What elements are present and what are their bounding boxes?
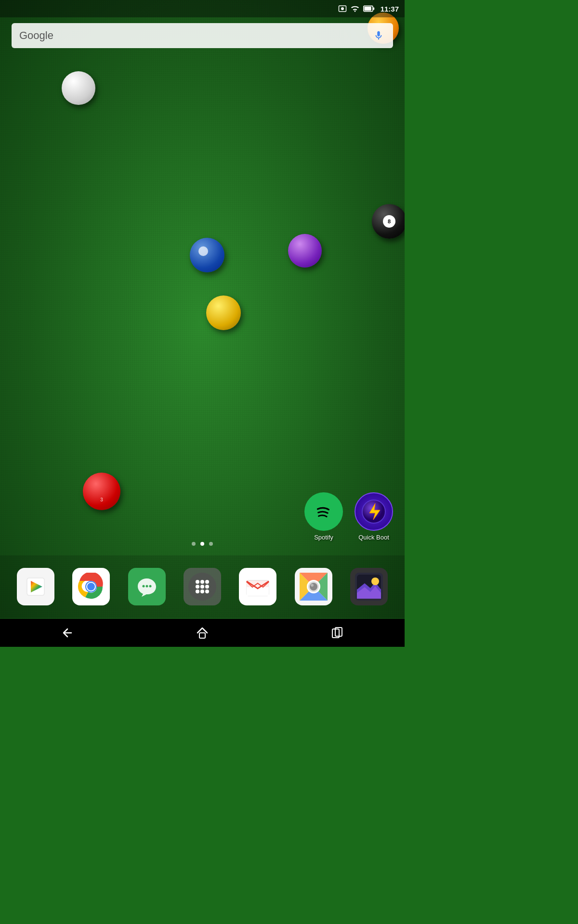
battery-icon bbox=[363, 5, 375, 13]
svg-point-22 bbox=[205, 580, 209, 584]
page-dot-1[interactable] bbox=[192, 542, 196, 546]
quickboot-icon[interactable] bbox=[355, 492, 393, 531]
recents-button[interactable] bbox=[319, 622, 355, 643]
spotify-app[interactable]: Spotify bbox=[304, 492, 343, 541]
yellow-ball bbox=[206, 295, 241, 330]
spotify-icon[interactable] bbox=[304, 492, 343, 531]
dock bbox=[0, 555, 405, 618]
search-bar[interactable]: Google bbox=[12, 23, 393, 48]
svg-point-23 bbox=[196, 585, 199, 589]
page-dot-2[interactable] bbox=[200, 542, 204, 546]
svg-rect-4 bbox=[364, 7, 371, 11]
svg-point-20 bbox=[196, 580, 199, 584]
desktop-icons: Spotify Quick Boot bbox=[304, 492, 393, 541]
svg-point-21 bbox=[200, 580, 204, 584]
page-indicators bbox=[192, 542, 213, 546]
home-button[interactable] bbox=[184, 622, 221, 643]
svg-point-28 bbox=[205, 590, 209, 593]
nav-bar bbox=[0, 619, 405, 647]
svg-point-27 bbox=[200, 590, 204, 593]
svg-rect-3 bbox=[373, 8, 374, 10]
svg-point-25 bbox=[205, 585, 209, 589]
svg-point-36 bbox=[311, 584, 314, 587]
svg-rect-40 bbox=[199, 633, 205, 638]
quickboot-label: Quick Boot bbox=[358, 534, 389, 541]
svg-point-16 bbox=[142, 585, 144, 588]
red-ball-number: 3 bbox=[100, 497, 103, 502]
wifi-icon bbox=[350, 4, 360, 13]
chrome-icon[interactable] bbox=[72, 568, 110, 605]
gmail-icon[interactable] bbox=[239, 568, 276, 605]
purple-ball bbox=[288, 234, 322, 268]
spotify-label: Spotify bbox=[314, 534, 333, 541]
cue-ball bbox=[62, 71, 95, 105]
eight-ball: 8 bbox=[372, 204, 405, 239]
svg-point-18 bbox=[149, 585, 151, 588]
svg-point-14 bbox=[87, 583, 95, 590]
mic-icon[interactable] bbox=[372, 29, 385, 42]
gallery-icon[interactable] bbox=[350, 568, 388, 605]
wallpaper bbox=[0, 0, 405, 647]
screenshot-icon bbox=[338, 4, 347, 13]
camera-icon[interactable] bbox=[295, 568, 332, 605]
google-logo-text: Google bbox=[19, 29, 372, 42]
back-button[interactable] bbox=[49, 622, 86, 643]
svg-point-24 bbox=[200, 585, 204, 589]
svg-point-35 bbox=[310, 583, 317, 590]
red-ball: 3 bbox=[83, 473, 120, 510]
page-dot-3[interactable] bbox=[209, 542, 213, 546]
quickboot-app[interactable]: Quick Boot bbox=[355, 492, 393, 541]
status-icons: 11:37 bbox=[338, 4, 399, 13]
play-store-icon[interactable] bbox=[17, 568, 54, 605]
hangouts-icon[interactable] bbox=[128, 568, 166, 605]
blue-ball-highlight bbox=[198, 246, 208, 256]
blue-ball bbox=[190, 238, 224, 272]
svg-point-39 bbox=[371, 578, 379, 585]
eight-ball-number: 8 bbox=[383, 215, 395, 228]
svg-point-1 bbox=[341, 7, 344, 10]
svg-point-26 bbox=[196, 590, 199, 593]
launcher-icon[interactable] bbox=[184, 568, 221, 605]
status-bar: 11:37 bbox=[0, 0, 405, 17]
status-time: 11:37 bbox=[381, 5, 399, 13]
svg-point-17 bbox=[145, 585, 148, 588]
